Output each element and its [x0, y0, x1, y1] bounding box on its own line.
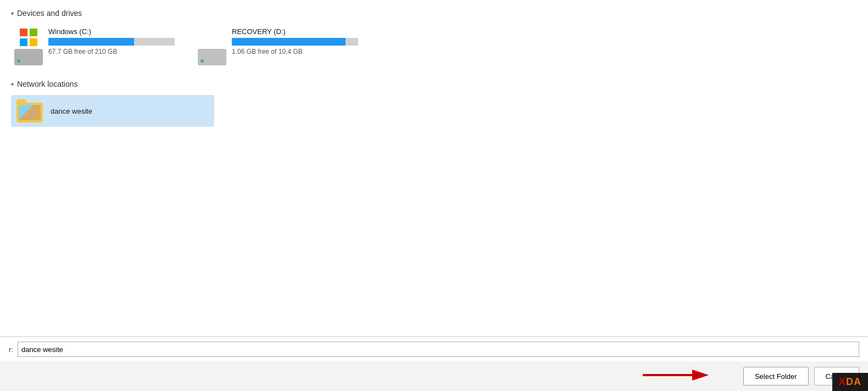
network-locations-section: ▾ Network locations dance wesite: [11, 80, 857, 127]
network-items: dance wesite: [11, 95, 857, 127]
buttons-row: Select Folder Cancel: [0, 361, 868, 391]
network-locations-header[interactable]: ▾ Network locations: [11, 80, 857, 88]
folder-bg: [16, 103, 43, 122]
svg-rect-2: [20, 38, 27, 46]
folder-thumbnail-icon: [16, 99, 45, 122]
drive-d-info: RECOVERY (D:) 1.06 GB free of 10.4 GB: [232, 27, 358, 55]
devices-drives-title: Devices and drives: [17, 9, 82, 18]
svg-rect-0: [20, 29, 27, 36]
network-item-dance-wesite[interactable]: dance wesite: [11, 95, 214, 127]
drive-d-size: 1.06 GB free of 10.4 GB: [232, 48, 358, 55]
devices-drives-header[interactable]: ▾ Devices and drives: [11, 9, 857, 18]
drive-c-info: Windows (C:) 67.7 GB free of 210 GB: [48, 27, 175, 55]
drive-c-bar-fill: [48, 38, 134, 46]
xda-da: DA: [846, 376, 861, 387]
drive-c-name: Windows (C:): [48, 27, 175, 36]
drive-item-c[interactable]: Windows (C:) 67.7 GB free of 210 GB: [11, 24, 178, 69]
xda-watermark: XDA: [832, 373, 868, 391]
drive-d-bar-fill: [232, 38, 346, 46]
arrow-container: [643, 364, 709, 388]
main-content: ▾ Devices and drives Windows (C:): [0, 0, 868, 336]
drive-d-bar: [232, 38, 358, 46]
windows-logo-icon: [19, 27, 38, 47]
drive-item-d[interactable]: RECOVERY (D:) 1.06 GB free of 10.4 GB: [194, 24, 361, 69]
select-folder-button[interactable]: Select Folder: [743, 367, 809, 386]
drive-d-icon-container: [198, 27, 226, 65]
svg-rect-1: [30, 29, 37, 36]
bottom-bar: r: Select Folder Cancel: [0, 336, 868, 391]
drive-c-bar: [48, 38, 175, 46]
svg-rect-3: [30, 38, 37, 46]
chevron-down-icon: ▾: [11, 10, 14, 16]
network-item-name: dance wesite: [51, 107, 92, 115]
select-folder-arrow-icon: [643, 364, 709, 386]
network-locations-title: Network locations: [17, 80, 78, 88]
drive-c-icon-container: [14, 27, 43, 65]
folder-input-row: r:: [0, 337, 868, 361]
drive-c-hdd-icon: [14, 49, 43, 65]
folder-preview: [19, 105, 41, 120]
drive-d-hdd-icon: [198, 49, 226, 65]
drive-c-size: 67.7 GB free of 210 GB: [48, 48, 175, 55]
folder-path-input[interactable]: [18, 342, 859, 357]
xda-x: X: [839, 376, 846, 387]
drive-d-name: RECOVERY (D:): [232, 27, 358, 36]
svg-marker-5: [692, 370, 709, 381]
drives-grid: Windows (C:) 67.7 GB free of 210 GB RECO…: [11, 24, 857, 69]
folder-label: r:: [9, 345, 13, 354]
network-chevron-icon: ▾: [11, 81, 14, 87]
drive-d-placeholder: [202, 27, 222, 47]
